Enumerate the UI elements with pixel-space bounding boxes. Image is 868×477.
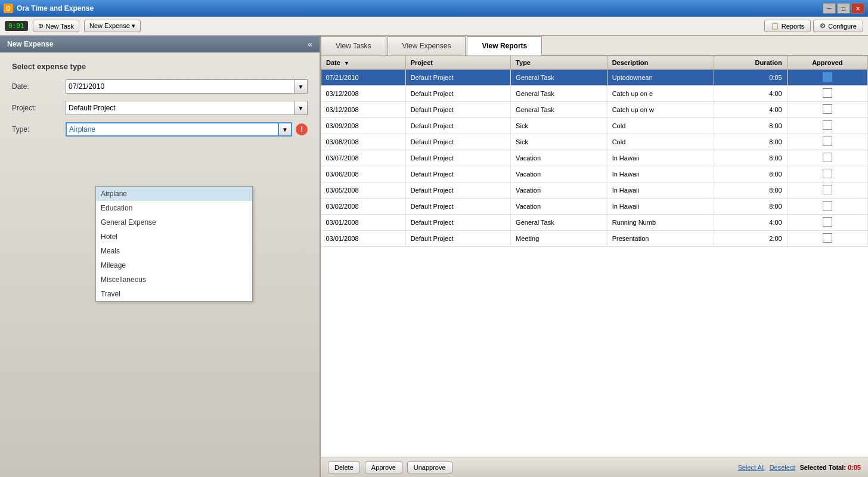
cell-project: Default Project <box>405 199 510 215</box>
collapse-button[interactable]: « <box>308 39 312 49</box>
dropdown-item-meals[interactable]: Meals <box>96 244 252 258</box>
app-icon: O <box>4 4 13 13</box>
row-checkbox[interactable] <box>823 137 832 146</box>
cell-approved[interactable] <box>787 199 867 215</box>
cell-approved[interactable] <box>787 118 867 134</box>
cell-type: Vacation <box>511 199 607 215</box>
type-dropdown-menu[interactable]: Airplane Education General Expense Hotel… <box>95 186 253 302</box>
dropdown-item-mileage[interactable]: Mileage <box>96 258 252 272</box>
footer-right: Select All Deselect Selected Total: 0:05 <box>737 464 861 471</box>
dropdown-item-general-expense[interactable]: General Expense <box>96 215 252 230</box>
tab-view-tasks[interactable]: View Tasks <box>321 36 386 55</box>
row-checkbox[interactable] <box>823 201 832 210</box>
project-dropdown-button[interactable]: ▼ <box>294 101 308 115</box>
project-input[interactable] <box>66 101 294 115</box>
configure-button[interactable]: ⚙ Configure <box>813 20 863 32</box>
row-checkbox[interactable] <box>823 88 832 98</box>
cell-date: 03/08/2008 <box>321 134 406 150</box>
row-checkbox[interactable] <box>823 120 832 130</box>
table-row[interactable]: 03/02/2008 Default Project Vacation In H… <box>321 199 868 215</box>
row-checkbox[interactable] <box>823 104 832 114</box>
col-header-approved[interactable]: Approved <box>787 56 867 70</box>
delete-button[interactable]: Delete <box>328 461 360 473</box>
cell-date: 03/09/2008 <box>321 118 406 134</box>
cell-approved[interactable] <box>787 166 867 182</box>
reports-button[interactable]: 📋 Reports <box>764 20 811 32</box>
new-task-icon: ⊕ <box>38 22 44 30</box>
table-row[interactable]: 03/07/2008 Default Project Vacation In H… <box>321 150 868 166</box>
dropdown-item-airplane[interactable]: Airplane <box>96 187 252 201</box>
table-row[interactable]: 03/09/2008 Default Project Sick Cold 8:0… <box>321 118 868 134</box>
close-button[interactable]: ✕ <box>851 3 864 14</box>
approve-button[interactable]: Approve <box>365 461 402 473</box>
tabs-header: View Tasks View Expenses View Reports <box>321 36 868 55</box>
cell-approved[interactable] <box>787 102 867 118</box>
table-row[interactable]: 03/01/2008 Default Project Meeting Prese… <box>321 231 868 247</box>
new-expense-label: New Expense ▾ <box>89 22 135 30</box>
table-row[interactable]: 03/12/2008 Default Project General Task … <box>321 102 868 118</box>
cell-type: Vacation <box>511 182 607 199</box>
dropdown-item-travel[interactable]: Travel <box>96 287 252 301</box>
date-picker-button[interactable]: ▼ <box>294 79 308 94</box>
tab-view-reports[interactable]: View Reports <box>467 36 542 55</box>
dropdown-item-miscellaneous[interactable]: Miscellaneous <box>96 272 252 287</box>
cell-approved[interactable] <box>787 215 867 231</box>
table-row[interactable]: 03/01/2008 Default Project General Task … <box>321 215 868 231</box>
row-checkbox[interactable] <box>823 217 832 227</box>
row-checkbox[interactable] <box>823 185 832 194</box>
col-header-date[interactable]: Date ▼ <box>321 56 406 70</box>
minimize-button[interactable]: ─ <box>823 3 836 14</box>
form-title: Select expense type <box>12 62 308 71</box>
table-row[interactable]: 07/21/2010 Default Project General Task … <box>321 70 868 86</box>
footer-actions: Delete Approve Unapprove <box>328 461 452 473</box>
reports-icon: 📋 <box>771 22 779 30</box>
cell-date: 03/01/2008 <box>321 215 406 231</box>
toolbar-right: 📋 Reports ⚙ Configure <box>764 20 863 32</box>
new-expense-button[interactable]: New Expense ▾ <box>84 20 141 32</box>
project-row: Project: ▼ <box>12 101 308 115</box>
new-task-button[interactable]: ⊕ New Task <box>33 20 79 32</box>
new-expense-panel-title: New Expense <box>7 40 53 48</box>
cell-project: Default Project <box>405 215 510 231</box>
cell-type: General Task <box>511 215 607 231</box>
date-input-group: ▼ <box>66 79 308 94</box>
cell-approved[interactable] <box>787 150 867 166</box>
cell-description: In Hawaii <box>607 150 714 166</box>
configure-icon: ⚙ <box>820 22 826 30</box>
toolbar-left: 0:01 ⊕ New Task New Expense ▾ <box>5 20 141 32</box>
table-row[interactable]: 03/05/2008 Default Project Vacation In H… <box>321 182 868 199</box>
cell-approved[interactable] <box>787 134 867 150</box>
col-header-project[interactable]: Project <box>405 56 510 70</box>
row-checkbox[interactable] <box>823 72 832 82</box>
select-all-link[interactable]: Select All <box>737 464 764 471</box>
cell-description: In Hawaii <box>607 182 714 199</box>
deselect-link[interactable]: Deselect <box>770 464 795 471</box>
cell-duration: 4:00 <box>714 102 787 118</box>
cell-approved[interactable] <box>787 231 867 247</box>
table-row[interactable]: 03/12/2008 Default Project General Task … <box>321 86 868 102</box>
type-input[interactable] <box>66 122 279 137</box>
type-dropdown-button[interactable]: ▼ <box>279 122 292 137</box>
date-label: Date: <box>12 82 66 91</box>
dropdown-item-hotel[interactable]: Hotel <box>96 230 252 244</box>
row-checkbox[interactable] <box>823 233 832 243</box>
cell-approved[interactable] <box>787 86 867 102</box>
unapprove-button[interactable]: Unapprove <box>407 461 452 473</box>
maximize-button[interactable]: □ <box>837 3 850 14</box>
cell-description: Uptodownean <box>607 70 714 86</box>
date-input[interactable] <box>66 79 294 94</box>
table-wrapper: Date ▼ Project Type Description <box>321 55 868 457</box>
table-row[interactable]: 03/06/2008 Default Project Vacation In H… <box>321 166 868 182</box>
cell-approved[interactable] <box>787 70 867 86</box>
table-row[interactable]: 03/08/2008 Default Project Sick Cold 8:0… <box>321 134 868 150</box>
row-checkbox[interactable] <box>823 169 832 178</box>
dropdown-item-education[interactable]: Education <box>96 201 252 215</box>
project-select-group: ▼ <box>66 101 308 115</box>
tab-view-expenses[interactable]: View Expenses <box>388 36 466 55</box>
row-checkbox[interactable] <box>823 153 832 162</box>
col-header-duration[interactable]: Duration <box>714 56 787 70</box>
cell-approved[interactable] <box>787 182 867 199</box>
col-header-type[interactable]: Type <box>511 56 607 70</box>
col-header-description[interactable]: Description <box>607 56 714 70</box>
cell-description: Presentation <box>607 231 714 247</box>
